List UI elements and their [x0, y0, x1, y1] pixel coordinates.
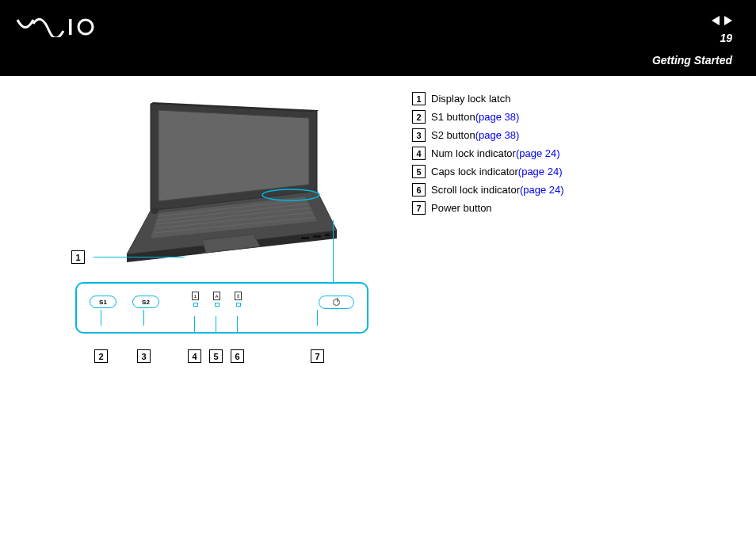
- s1-label: S1: [99, 299, 107, 306]
- next-page-arrow-icon[interactable]: [724, 16, 732, 25]
- legend-num: 4: [412, 147, 426, 160]
- detail-panel: S1 S2 1 A ⇕: [75, 282, 368, 334]
- callout-box-7: 7: [311, 349, 324, 363]
- indicator-group: 1 A ⇕: [192, 292, 242, 307]
- legend-label: S1 button: [431, 111, 475, 123]
- legend-item: 7 Power button: [412, 201, 732, 215]
- lead-line: [237, 316, 238, 332]
- legend-label: Caps lock indicator: [431, 166, 518, 177]
- lock-icon: A: [213, 292, 220, 300]
- legend-num: 7: [412, 201, 426, 215]
- s2-label: S2: [142, 299, 150, 306]
- lock-icon: 1: [192, 292, 199, 300]
- prev-page-arrow-icon[interactable]: [712, 16, 720, 25]
- legend-label: Power button: [431, 202, 492, 214]
- lead-line: [143, 310, 144, 326]
- lead-line: [333, 220, 334, 282]
- lock-icon: ⇕: [235, 292, 242, 300]
- figure-column: 1 S1 S2 1 A ⇕: [24, 92, 404, 265]
- svg-rect-18: [325, 234, 330, 236]
- legend-num: 6: [412, 183, 426, 196]
- callout-box-6: 6: [231, 349, 244, 363]
- legend-label: Scroll lock indicator: [431, 184, 520, 196]
- nav-arrows: [712, 16, 732, 25]
- scroll-lock-indicator-graphic: ⇕: [235, 292, 242, 307]
- svg-point-1: [78, 20, 93, 34]
- legend-label: Num lock indicator: [431, 147, 516, 159]
- indicator-light: [193, 303, 198, 307]
- legend-item: 6 Scroll lock indicator (page 24): [412, 183, 732, 196]
- indicator-light: [215, 303, 220, 307]
- lead-line: [317, 310, 318, 326]
- page-reference-link[interactable]: (page 38): [475, 111, 520, 123]
- callout-line: [94, 257, 185, 257]
- lead-line: [194, 316, 195, 332]
- legend-num: 3: [412, 128, 426, 142]
- legend-num: 2: [412, 110, 426, 124]
- svg-rect-16: [301, 237, 309, 239]
- svg-rect-17: [313, 235, 321, 238]
- legend-column: 1 Display lock latch 2 S1 button (page 3…: [404, 92, 732, 265]
- page-reference-link[interactable]: (page 24): [516, 147, 560, 159]
- power-icon: [333, 299, 340, 306]
- legend-item: 1 Display lock latch: [412, 92, 732, 105]
- legend-item: 5 Caps lock indicator (page 24): [412, 165, 732, 178]
- svg-rect-0: [69, 19, 72, 35]
- page-reference-link[interactable]: (page 38): [475, 129, 520, 141]
- lead-line: [101, 310, 101, 326]
- legend-label: Display lock latch: [431, 93, 510, 105]
- num-lock-indicator-graphic: 1: [192, 292, 199, 307]
- page-number: 19: [720, 32, 732, 44]
- section-title: Getting Started: [652, 54, 732, 67]
- callout-box-1: 1: [71, 250, 85, 264]
- legend-item: 4 Num lock indicator (page 24): [412, 147, 732, 160]
- callout-1: 1: [71, 250, 185, 264]
- page-content: 1 S1 S2 1 A ⇕: [0, 76, 756, 281]
- callout-box-5: 5: [209, 349, 223, 363]
- vaio-logo: [16, 17, 103, 40]
- legend-list: 1 Display lock latch 2 S1 button (page 3…: [412, 92, 732, 215]
- callout-box-2: 2: [94, 349, 108, 363]
- indicator-light: [236, 303, 241, 307]
- page-reference-link[interactable]: (page 24): [518, 166, 563, 177]
- caps-lock-indicator-graphic: A: [213, 292, 220, 307]
- callout-box-3: 3: [137, 349, 151, 363]
- svg-point-15: [151, 208, 158, 214]
- page-reference-link[interactable]: (page 24): [520, 184, 564, 196]
- legend-num: 1: [412, 92, 426, 105]
- s2-button-graphic: S2: [132, 296, 159, 308]
- detail-lead-lines: 2 3 4 5 6 7: [75, 334, 368, 361]
- header-bar: 19 Getting Started: [0, 0, 756, 76]
- s1-button-graphic: S1: [90, 296, 116, 308]
- callout-box-4: 4: [188, 349, 201, 363]
- legend-item: 3 S2 button (page 38): [412, 128, 732, 142]
- legend-label: S2 button: [431, 129, 475, 141]
- legend-num: 5: [412, 165, 426, 178]
- lead-line: [216, 316, 216, 332]
- legend-item: 2 S1 button (page 38): [412, 110, 732, 124]
- laptop-illustration: [79, 96, 341, 262]
- power-button-graphic: [319, 296, 354, 309]
